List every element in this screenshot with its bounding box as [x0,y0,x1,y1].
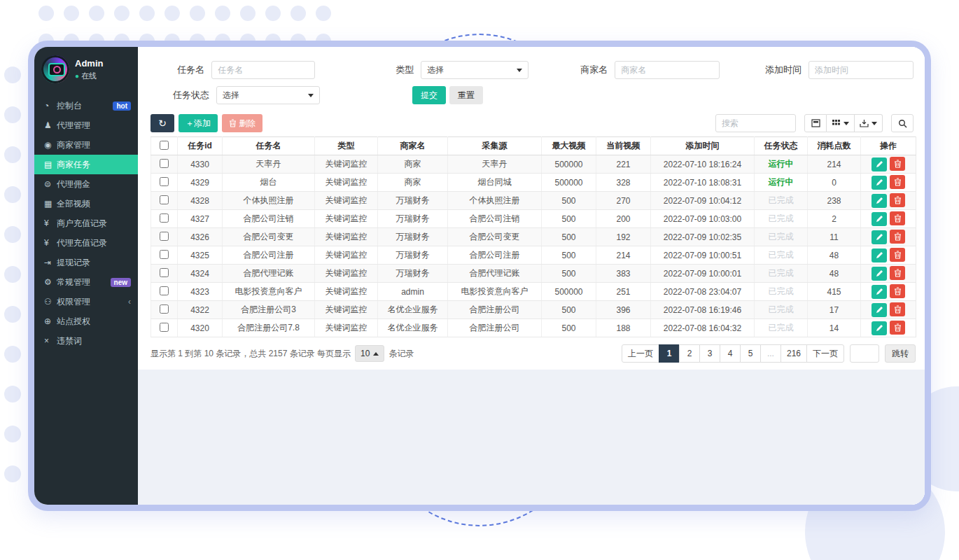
edit-button[interactable] [872,158,887,172]
sidebar-item-9[interactable]: ⚙常规管理new [34,272,138,292]
sidebar-item-0[interactable]: ◔控制台hot [34,96,138,115]
row-checkbox[interactable] [160,195,169,204]
row-delete-button[interactable] [890,157,905,171]
cell-status: 已完成 [755,228,808,246]
row-delete-button[interactable] [890,230,905,244]
add-button[interactable]: ＋添加 [178,114,218,132]
page-button-1[interactable]: 1 [659,344,680,363]
edit-button[interactable] [872,248,887,262]
select-all-checkbox[interactable] [160,141,169,150]
row-checkbox[interactable] [160,177,169,186]
columns-button[interactable] [827,114,855,132]
table-search-input[interactable] [715,114,796,132]
next-page-button[interactable]: 下一页 [806,344,844,363]
row-checkbox[interactable] [160,304,169,314]
row-checkbox[interactable] [160,214,169,223]
sidebar-item-12[interactable]: ×违禁词 [34,331,138,351]
submit-button[interactable]: 提交 [412,86,446,104]
add-time-input[interactable] [808,61,913,79]
cell-add-time: 2022-07-10 18:16:24 [651,155,755,174]
row-checkbox[interactable] [160,323,169,332]
sidebar-item-7[interactable]: ¥代理充值记录 [34,233,138,253]
user-avatar[interactable] [41,55,69,83]
sidebar-item-label: 商户充值记录 [57,218,131,230]
sidebar-item-4[interactable]: ⊜代理佣金 [34,174,138,194]
edit-button[interactable] [872,303,887,317]
row-delete-button[interactable] [890,211,905,225]
edit-button[interactable] [872,230,887,244]
cell-checkbox [151,265,178,283]
page-button-4[interactable]: 4 [720,344,741,363]
chevron-left-icon: ‹ [128,297,131,307]
deco-dot [164,6,180,21]
sidebar-item-3[interactable]: ▤商家任务 [34,155,138,174]
cell-points: 0 [808,174,861,192]
page-button-216[interactable]: 216 [780,344,807,363]
page-button-5[interactable]: 5 [740,344,761,363]
task-status-select[interactable]: 选择 [216,86,320,104]
row-delete-button[interactable] [890,284,905,298]
row-delete-button[interactable] [890,266,905,280]
reset-button[interactable]: 重置 [449,86,483,104]
row-delete-button[interactable] [890,321,905,335]
toggle-view-button[interactable] [804,114,827,132]
deco-dot [215,6,230,21]
edit-button[interactable] [872,321,887,335]
deco-dot [190,6,205,21]
table-row: 4330天率丹关键词监控商家天率丹5000002212022-07-10 18:… [151,155,916,174]
cell-add-time: 2022-07-09 10:02:35 [651,228,755,246]
chevron-down-icon [872,122,877,125]
type-select[interactable]: 选择 [421,61,528,79]
row-delete-button[interactable] [890,248,905,262]
pencil-icon [876,178,883,186]
edit-button[interactable] [872,267,887,281]
page-button-3[interactable]: 3 [699,344,720,363]
page-button-2[interactable]: 2 [679,344,700,363]
cell-task-id: 4325 [178,246,223,265]
sidebar-item-8[interactable]: ⇥提现记录 [34,253,138,272]
task-name-input[interactable] [211,61,315,79]
row-delete-button[interactable] [890,302,905,316]
cell-source: 合肥代理记账 [448,265,542,283]
jump-button[interactable]: 跳转 [885,344,916,363]
toolbar-icon-group [804,114,883,132]
delete-button[interactable]: 删除 [222,114,262,132]
deco-dot [4,146,21,163]
edit-button[interactable] [872,285,887,299]
records-info: 显示第 1 到第 10 条记录，总共 2157 条记录 每页显示 10 条记录 [150,345,414,362]
export-button[interactable] [855,114,883,132]
sidebar-item-10[interactable]: ⚇权限管理‹ [34,292,138,312]
pencil-icon [876,160,883,168]
row-checkbox[interactable] [160,232,169,241]
edit-button[interactable] [872,194,887,208]
row-checkbox[interactable] [160,286,169,295]
row-checkbox[interactable] [160,250,169,259]
row-checkbox[interactable] [160,268,169,277]
edit-button[interactable] [872,176,887,190]
task-status-label: 任务状态 [150,89,209,102]
search-button[interactable] [891,114,913,132]
sidebar-item-11[interactable]: ⊕站点授权 [34,312,138,331]
sidebar-item-6[interactable]: ¥商户充值记录 [34,214,138,233]
sidebar-item-1[interactable]: ♟代理管理 [34,115,138,135]
row-delete-button[interactable] [890,193,905,207]
sidebar-item-5[interactable]: ▦全部视频 [34,194,138,214]
merchant-tasks-icon: ▤ [44,160,57,169]
row-delete-button[interactable] [890,175,905,189]
row-checkbox[interactable] [160,159,169,168]
agent-recharge-icon: ¥ [44,238,57,248]
refresh-button[interactable]: ↻ [150,114,174,132]
jump-page-input[interactable] [850,344,879,363]
cell-checkbox [151,192,178,210]
cell-source: 烟台同城 [448,174,542,192]
edit-button[interactable] [872,212,887,226]
deco-dot [4,226,21,243]
merchant-input[interactable] [615,61,720,79]
sidebar: Admin ●在线 ◔控制台hot♟代理管理◉商家管理▤商家任务⊜代理佣金▦全部… [34,47,138,505]
page-size-dropdown[interactable]: 10 [355,345,384,362]
sidebar-item-2[interactable]: ◉商家管理 [34,135,138,155]
deco-dot [4,426,21,442]
content-panel: 任务名 类型 选择 商家名 添加时间 任务状态 选择 [138,47,925,363]
prev-page-button[interactable]: 上一页 [622,344,659,363]
chevron-up-icon [373,352,379,356]
